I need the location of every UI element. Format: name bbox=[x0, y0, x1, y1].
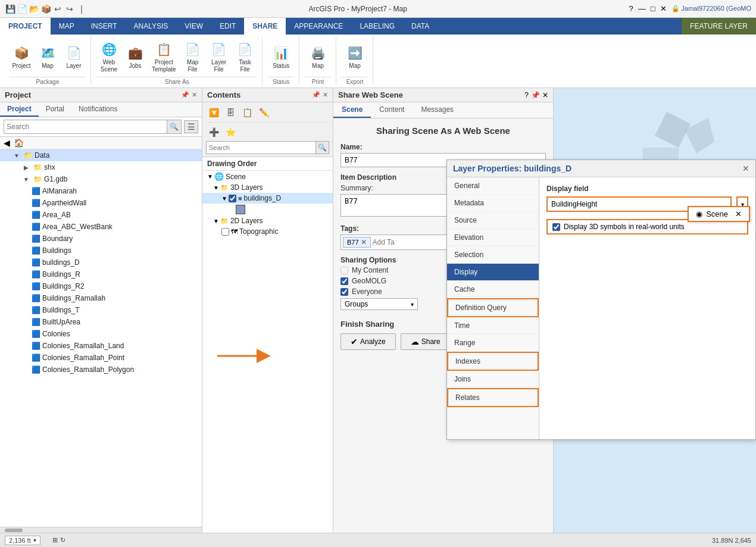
print-map-btn[interactable]: 🖨️ Map bbox=[306, 42, 330, 71]
tab-map[interactable]: MAP bbox=[51, 18, 83, 35]
panel-close-btn[interactable]: ✕ bbox=[192, 91, 197, 99]
list-item[interactable]: 🟦 Buildings_R bbox=[0, 268, 202, 280]
list-item[interactable]: 🟦 Colonies bbox=[0, 328, 202, 340]
list-item[interactable]: 🟦 Colonies_Ramallah_Land bbox=[0, 340, 202, 352]
list-item[interactable]: 🟦 AlManarah bbox=[0, 185, 202, 197]
nav-item-joins[interactable]: Joins bbox=[447, 371, 539, 388]
everyone-checkbox[interactable] bbox=[340, 288, 348, 296]
list-item[interactable]: 🟦 Boundary bbox=[0, 233, 202, 245]
contents-search-input[interactable] bbox=[207, 143, 315, 152]
nav-item-metadata[interactable]: Metadata bbox=[447, 195, 539, 212]
layer-item-scene[interactable]: ▼ 🌐 Scene bbox=[202, 171, 333, 182]
task-file-btn[interactable]: 📄 Task File bbox=[233, 39, 257, 74]
list-item[interactable]: 🟦 Area_AB bbox=[0, 209, 202, 221]
add-btn[interactable]: ➕ bbox=[206, 124, 221, 140]
nav-item-indexes[interactable]: Indexes bbox=[447, 352, 539, 371]
share-tab-content[interactable]: Content bbox=[371, 102, 413, 118]
list-item[interactable]: 🟦 Colonies_Ramallah_Point bbox=[0, 352, 202, 364]
nav-item-general[interactable]: General bbox=[447, 177, 539, 195]
layer-btn[interactable]: 📄 Layer bbox=[62, 42, 86, 71]
share-tab-messages[interactable]: Messages bbox=[413, 102, 462, 118]
layer-file-btn[interactable]: 📄 Layer File bbox=[207, 39, 231, 74]
redo-btn[interactable]: ↪ bbox=[64, 4, 75, 14]
scene-floating-tab[interactable]: ◉ Scene ✕ bbox=[688, 206, 750, 222]
tab-labeling[interactable]: LABELING bbox=[351, 18, 403, 35]
tab-feature-layer[interactable]: FEATURE LAYER bbox=[682, 18, 756, 35]
list-item[interactable]: 🟦 Colonies_Ramallah_Polygon bbox=[0, 364, 202, 376]
back-btn[interactable]: ◀ bbox=[4, 138, 10, 148]
nav-item-relates[interactable]: Relates bbox=[447, 388, 539, 407]
project-btn[interactable]: 📦 Project bbox=[10, 42, 33, 71]
save-btn[interactable]: 💾 bbox=[5, 4, 15, 14]
tab-project-pane[interactable]: Project bbox=[0, 102, 39, 117]
nav-item-range[interactable]: Range bbox=[447, 335, 539, 352]
contents-search-btn[interactable]: 🔍 bbox=[315, 142, 329, 154]
jobs-btn[interactable]: 💼 Jobs bbox=[123, 42, 147, 71]
nav-item-cache[interactable]: Cache bbox=[447, 281, 539, 298]
scale-dropdown[interactable]: ▾ bbox=[33, 537, 36, 543]
close-btn[interactable]: ✕ bbox=[660, 4, 667, 13]
share-panel-help[interactable]: ? bbox=[524, 91, 529, 99]
list-item[interactable]: 🟦 Buildings bbox=[0, 245, 202, 257]
scene-tab-close[interactable]: ✕ bbox=[735, 210, 742, 218]
help-btn[interactable]: ? bbox=[629, 4, 633, 13]
open-btn[interactable]: 📂 bbox=[29, 4, 39, 14]
contents-close-btn[interactable]: ✕ bbox=[323, 91, 328, 99]
share-button[interactable]: ☁ Share bbox=[401, 333, 451, 350]
list-item[interactable]: 🟦 Area_ABC_WestBank bbox=[0, 221, 202, 233]
export-map-btn[interactable]: ➡️ Map bbox=[343, 42, 367, 71]
tab-appearance[interactable]: APPEARANCE bbox=[286, 18, 351, 35]
geomolg-checkbox[interactable] bbox=[340, 277, 348, 285]
checkbox-buildings-d[interactable] bbox=[229, 195, 236, 202]
nav-item-display[interactable]: Display bbox=[447, 264, 539, 281]
nav-item-elevation[interactable]: Elevation bbox=[447, 229, 539, 246]
map-btn[interactable]: 🗺️ Map bbox=[36, 42, 60, 71]
list-item[interactable]: 🟦 BuiltUpArea bbox=[0, 316, 202, 328]
minimize-btn[interactable]: — bbox=[638, 4, 646, 13]
maximize-btn[interactable]: □ bbox=[651, 4, 655, 13]
tab-project[interactable]: PROJECT bbox=[0, 18, 51, 35]
tab-data[interactable]: DATA bbox=[403, 18, 438, 35]
nav-item-source[interactable]: Source bbox=[447, 212, 539, 229]
list-item[interactable]: 🟦 ApartheidWall bbox=[0, 197, 202, 209]
database-btn[interactable]: 🗄 bbox=[223, 105, 238, 120]
table-btn[interactable]: 📋 bbox=[239, 105, 255, 120]
list-item[interactable]: 🟦 Buildings_R2 bbox=[0, 280, 202, 292]
share-panel-pin[interactable]: 📌 bbox=[531, 91, 540, 99]
home-btn[interactable]: 🏠 bbox=[14, 138, 24, 148]
scale-control[interactable]: 2,136 ft ▾ bbox=[5, 536, 40, 545]
layer-item-2d-layers[interactable]: ▼ 📁 2D Layers bbox=[202, 215, 333, 226]
groups-dropdown[interactable]: Groups ▾ bbox=[340, 298, 418, 310]
web-scene-btn[interactable]: 🌐 Web Scene bbox=[97, 39, 121, 74]
nav-item-selection[interactable]: Selection bbox=[447, 246, 539, 264]
map-extent-btn[interactable]: ⊞ bbox=[52, 536, 58, 544]
display-3d-checkbox[interactable] bbox=[552, 223, 560, 231]
tab-portal-pane[interactable]: Portal bbox=[39, 102, 71, 117]
layer-props-close-btn[interactable]: ✕ bbox=[742, 164, 749, 173]
project-search-btn[interactable]: 🔍 bbox=[167, 120, 181, 133]
analyze-button[interactable]: ✔ Analyze bbox=[340, 333, 396, 350]
project-search-input[interactable] bbox=[4, 121, 167, 132]
tag-remove-btn[interactable]: ✕ bbox=[361, 238, 367, 246]
edit-btn[interactable]: ✏️ bbox=[256, 105, 271, 120]
list-item[interactable]: 🟦 buildings_D bbox=[0, 257, 202, 268]
layer-item-buildings-d[interactable]: ▼ ■ buildings_D bbox=[202, 193, 333, 204]
map-file-btn[interactable]: 📄 Map File bbox=[181, 39, 205, 74]
panel-pin-btn[interactable]: 📌 bbox=[181, 91, 189, 99]
layer-item-topographic[interactable]: 🗺 Topographic bbox=[202, 226, 333, 237]
layer-item-3d-layers[interactable]: ▼ 📁 3D Layers bbox=[202, 182, 333, 193]
project-tree-menu-btn[interactable]: ☰ bbox=[184, 120, 198, 133]
share-tab-scene[interactable]: Scene bbox=[333, 102, 371, 118]
tab-analysis[interactable]: ANALYSIS bbox=[126, 18, 177, 35]
list-item[interactable]: 🟦 Buildings_T bbox=[0, 304, 202, 316]
share-panel-close[interactable]: ✕ bbox=[542, 91, 548, 99]
my-content-checkbox[interactable] bbox=[340, 267, 348, 274]
list-item[interactable]: 🟦 Buildings_Ramallah bbox=[0, 292, 202, 304]
tree-item-data[interactable]: ▼ 📁 Data bbox=[0, 149, 202, 161]
nav-item-time[interactable]: Time bbox=[447, 317, 539, 335]
project-template-btn[interactable]: 📋 Project Template bbox=[149, 39, 179, 74]
new-btn[interactable]: 📄 bbox=[17, 4, 27, 14]
tab-edit[interactable]: EDIT bbox=[211, 18, 244, 35]
nav-item-definition-query[interactable]: Definition Query bbox=[447, 298, 539, 317]
undo-btn[interactable]: ↩ bbox=[52, 4, 63, 14]
